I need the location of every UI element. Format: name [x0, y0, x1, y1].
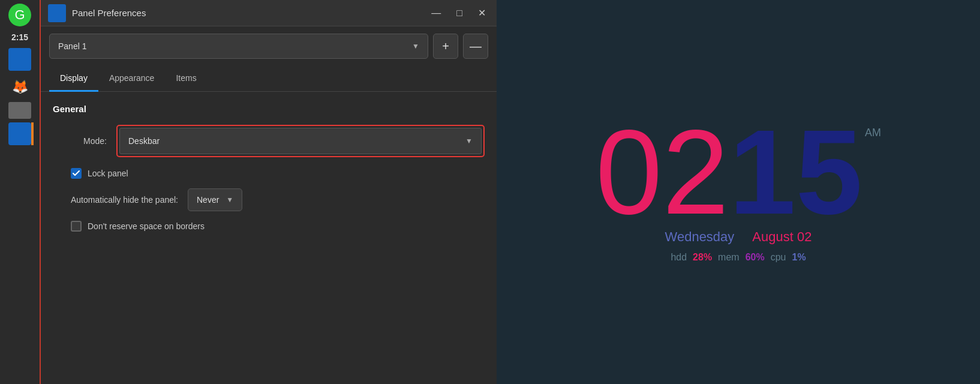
- clock-minute: 15: [729, 121, 862, 223]
- titlebar-left: Panel Preferences: [48, 4, 146, 22]
- dont-reserve-row: Don't reserve space on borders: [53, 221, 485, 232]
- clock-time: 2:15: [11, 32, 28, 42]
- sidebar-app-3[interactable]: [8, 122, 31, 145]
- taskbar: G 2:15 🦊: [0, 0, 41, 384]
- mode-dropdown-chevron: ▼: [465, 137, 473, 145]
- auto-hide-chevron: ▼: [226, 196, 233, 204]
- panel-dropdown-value: Panel 1: [58, 41, 86, 51]
- mode-label: Mode:: [59, 136, 107, 146]
- desktop-clock-widget: 02 15 AM Wednesday August 02 hdd 28% mem…: [497, 0, 980, 384]
- add-panel-button[interactable]: +: [433, 34, 458, 59]
- panel-dropdown[interactable]: Panel 1 ▼: [49, 34, 428, 59]
- mode-dropdown-wrapper: Deskbar ▼: [116, 125, 485, 157]
- close-button[interactable]: ✕: [474, 7, 489, 19]
- auto-hide-label: Automatically hide the panel:: [71, 195, 178, 205]
- section-general-title: General: [53, 104, 485, 114]
- mem-value: 60%: [745, 252, 765, 263]
- panel-preferences-window: Panel Preferences — □ ✕ Panel 1 ▼ + — Di…: [41, 0, 497, 384]
- lock-panel-row: Lock panel: [53, 168, 485, 179]
- tab-appearance[interactable]: Appearance: [98, 66, 166, 92]
- panel-selector-row: Panel 1 ▼ + —: [41, 26, 497, 66]
- remove-panel-button[interactable]: —: [463, 34, 488, 59]
- firefox-icon[interactable]: 🦊: [8, 76, 31, 98]
- window-icon: [48, 4, 66, 22]
- cpu-label: cpu: [771, 252, 786, 263]
- sidebar-app-1[interactable]: [8, 48, 31, 71]
- dont-reserve-checkbox[interactable]: [71, 221, 82, 232]
- auto-hide-dropdown[interactable]: Never ▼: [188, 188, 242, 211]
- mode-value: Deskbar: [128, 136, 160, 146]
- window-title: Panel Preferences: [72, 8, 146, 18]
- maximize-button[interactable]: □: [453, 7, 466, 19]
- clock-stats: hdd 28% mem 60% cpu 1%: [671, 252, 805, 263]
- tab-content-display: General Mode: Deskbar ▼ Lock panel Autom…: [41, 92, 497, 384]
- clock-hour: 02: [596, 121, 729, 223]
- tab-items[interactable]: Items: [165, 66, 207, 92]
- tab-display[interactable]: Display: [49, 66, 98, 92]
- hdd-label: hdd: [671, 252, 687, 263]
- auto-hide-row: Automatically hide the panel: Never ▼: [53, 188, 485, 211]
- clock-ampm: AM: [865, 127, 881, 138]
- mode-dropdown[interactable]: Deskbar ▼: [119, 128, 482, 154]
- hdd-value: 28%: [693, 252, 712, 263]
- tab-bar: Display Appearance Items: [41, 66, 497, 92]
- sidebar-app-2[interactable]: [8, 102, 31, 119]
- checkmark-icon: [73, 170, 80, 176]
- titlebar: Panel Preferences — □ ✕: [41, 0, 497, 26]
- app-menu-icon[interactable]: G: [8, 4, 31, 26]
- mode-field-row: Mode: Deskbar ▼: [53, 125, 485, 157]
- panel-dropdown-chevron: ▼: [412, 42, 419, 50]
- lock-panel-label: Lock panel: [88, 169, 128, 178]
- auto-hide-value: Never: [197, 195, 219, 205]
- lock-panel-checkbox[interactable]: [71, 168, 82, 179]
- clock-day: Wednesday: [665, 229, 735, 245]
- mem-label: mem: [718, 252, 739, 263]
- clock-date-row: Wednesday August 02: [665, 229, 812, 245]
- clock-display: 02 15 AM: [596, 121, 881, 223]
- window-controls: — □ ✕: [428, 7, 489, 19]
- cpu-value: 1%: [792, 252, 806, 263]
- minimize-button[interactable]: —: [428, 7, 444, 19]
- clock-date: August 02: [752, 229, 811, 245]
- dont-reserve-label: Don't reserve space on borders: [88, 221, 205, 231]
